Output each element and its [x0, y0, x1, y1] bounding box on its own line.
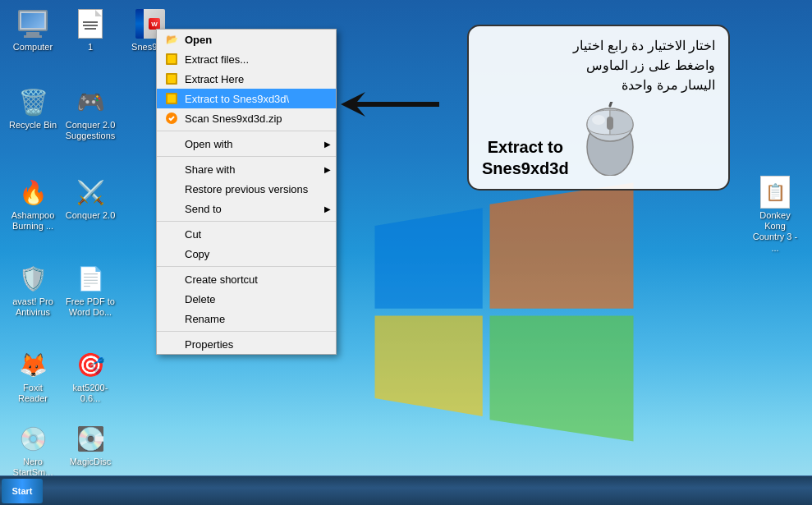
- svg-point-11: [592, 115, 605, 125]
- desktop-icon-recycle[interactable]: 🗑️ Recycle Bin: [4, 82, 62, 134]
- share-with-icon: [163, 163, 180, 176]
- menu-item-cut[interactable]: Cut: [157, 224, 336, 244]
- desktop-icon-file1[interactable]: 1: [62, 4, 119, 56]
- avast-icon: 🛡️: [16, 262, 49, 295]
- scan-icon: [163, 112, 180, 125]
- kat-icon: 🎯: [74, 348, 107, 381]
- document-icon: [74, 7, 107, 40]
- arrow-pointer: [341, 92, 439, 120]
- menu-item-share-with[interactable]: Share with ▶: [157, 159, 336, 179]
- properties-icon: [163, 337, 180, 351]
- svg-rect-1: [167, 55, 176, 63]
- menu-item-delete[interactable]: Delete: [157, 289, 336, 309]
- menu-item-restore[interactable]: Restore previous versions: [157, 179, 336, 199]
- cut-icon: [163, 227, 180, 241]
- share-with-arrow: ▶: [324, 165, 331, 174]
- send-to-icon: [163, 202, 180, 215]
- start-label: Start: [11, 486, 32, 496]
- menu-item-open[interactable]: 📂 Open: [157, 30, 336, 49]
- conquer1-icon: 🎮: [74, 85, 107, 118]
- svg-rect-5: [167, 94, 176, 103]
- start-button[interactable]: Start: [2, 479, 43, 503]
- desktop-icon-magic[interactable]: 💽 MagicDisc: [62, 419, 119, 471]
- file1-label: 1: [88, 42, 93, 53]
- freepdf-icon: 📄: [74, 262, 107, 295]
- desktop-icon-nero[interactable]: 💿 NeroStartSm...: [4, 419, 62, 481]
- ashampoo-label: AshampooBurning ...: [11, 210, 55, 232]
- menu-separator-4: [157, 266, 336, 267]
- annotation-english: Extract to Snes9xd3d: [482, 136, 569, 179]
- annotation-bubble: اختار الاختيار دة رابع اختيار واضغط على …: [467, 25, 730, 191]
- freepdf-label: Free PDF toWord Do...: [66, 296, 115, 318]
- menu-item-copy[interactable]: Copy: [157, 244, 336, 264]
- annotation-arabic: اختار الاختيار دة رابع اختيار واضغط على …: [482, 36, 715, 95]
- menu-item-extract-here[interactable]: Extract Here: [157, 69, 336, 89]
- open-icon: 📂: [163, 33, 180, 46]
- desktop-icon-avast[interactable]: 🛡️ avast! ProAntivirus: [4, 259, 62, 321]
- extract-to-icon: [163, 92, 180, 105]
- menu-item-extract-to[interactable]: Extract to Snes9xd3d\: [157, 89, 336, 108]
- open-with-arrow: ▶: [324, 140, 331, 149]
- menu-separator-3: [157, 221, 336, 222]
- menu-item-create-shortcut[interactable]: Create shortcut: [157, 269, 336, 289]
- svg-marker-7: [341, 92, 439, 117]
- menu-item-rename[interactable]: Rename: [157, 309, 336, 328]
- send-to-arrow: ▶: [324, 204, 331, 213]
- delete-icon: [163, 292, 180, 305]
- desktop-icon-shenzhou[interactable]: ⚔️ Conquer 2.0: [62, 172, 119, 224]
- desktop-icon-foxit[interactable]: 🦊 Foxit Reader: [4, 345, 62, 407]
- desktop-icon-freepdf[interactable]: 📄 Free PDF toWord Do...: [62, 259, 119, 321]
- taskbar[interactable]: Start: [0, 475, 812, 505]
- context-menu: 📂 Open Extract files... Extract Here Ext…: [156, 29, 337, 355]
- mouse-illustration: [577, 102, 643, 179]
- computer-label: Computer: [13, 42, 53, 53]
- desktop: Computer 1 W Snes9x...: [0, 0, 812, 505]
- menu-separator-1: [157, 131, 336, 131]
- foxit-icon: 🦊: [16, 348, 49, 381]
- svg-rect-3: [167, 75, 176, 83]
- donkey-icon: 📋: [759, 176, 791, 209]
- foxit-label: Foxit Reader: [7, 383, 58, 404]
- ashampoo-icon: 🔥: [16, 176, 49, 209]
- desktop-icon-donkey[interactable]: 📋 Donkey KongCountry 3 - ...: [746, 172, 804, 257]
- rename-icon: [163, 312, 180, 325]
- menu-separator-5: [157, 331, 336, 332]
- menu-item-scan[interactable]: Scan Snes9xd3d.zip: [157, 108, 336, 128]
- copy-icon: [163, 247, 180, 260]
- desktop-icon-ashampoo[interactable]: 🔥 AshampooBurning ...: [4, 172, 62, 235]
- kat-label: kat5200-0.6...: [65, 383, 116, 404]
- magicdisc-icon: 💽: [74, 422, 107, 455]
- menu-item-open-with[interactable]: Open with ▶: [157, 134, 336, 154]
- desktop-icon-computer[interactable]: Computer: [4, 4, 62, 56]
- menu-item-send-to[interactable]: Send to ▶: [157, 199, 336, 218]
- donkey-label: Donkey KongCountry 3 - ...: [750, 210, 801, 254]
- menu-item-properties[interactable]: Properties: [157, 334, 336, 354]
- recycle-bin-icon: 🗑️: [16, 85, 49, 118]
- desktop-icon-kat[interactable]: 🎯 kat5200-0.6...: [62, 345, 119, 407]
- avast-label: avast! ProAntivirus: [12, 296, 53, 318]
- restore-icon: [163, 182, 180, 195]
- nero-icon: 💿: [16, 422, 49, 455]
- open-with-icon: [163, 137, 180, 150]
- desktop-icon-conquer1[interactable]: 🎮 Conquer 2.0Suggestions: [62, 82, 119, 145]
- svg-rect-10: [607, 117, 613, 130]
- recycle-label: Recycle Bin: [9, 120, 57, 131]
- menu-separator-2: [157, 156, 336, 157]
- menu-item-extract-files[interactable]: Extract files...: [157, 49, 336, 69]
- windows-logo: [360, 168, 648, 456]
- shenzhou-icon: ⚔️: [74, 176, 107, 209]
- create-shortcut-icon: [163, 273, 180, 286]
- shenzhou-label: Conquer 2.0: [66, 210, 116, 221]
- magicdisc-label: MagicDisc: [70, 457, 112, 467]
- conquer1-label: Conquer 2.0Suggestions: [66, 120, 116, 141]
- computer-icon: [16, 7, 49, 40]
- extract-files-icon: [163, 53, 180, 66]
- extract-here-icon: [163, 72, 180, 85]
